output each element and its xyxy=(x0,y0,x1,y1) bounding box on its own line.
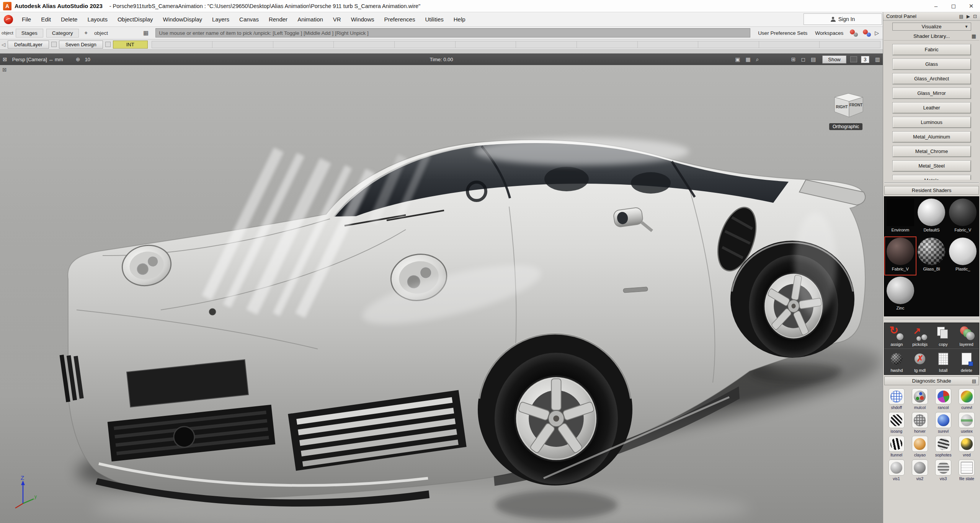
diag-vred[interactable]: vred xyxy=(955,436,978,457)
user-preference-sets-button[interactable]: User Preference Sets xyxy=(758,30,807,36)
diag-surevl[interactable]: surevl xyxy=(932,412,955,433)
panel-expand-icon[interactable]: ▶ xyxy=(967,14,970,19)
split-view-icon[interactable]: ⊞ xyxy=(791,56,796,62)
layer-defaultlayer[interactable]: DefaultLayer xyxy=(8,41,49,49)
menu-item-windows[interactable]: Windows xyxy=(346,12,379,26)
shader-thumb-fabric-v-selected[interactable]: Fabric_V xyxy=(885,238,915,274)
single-view-icon[interactable]: ◻ xyxy=(801,56,805,62)
menu-item-layouts[interactable]: Layouts xyxy=(82,12,113,26)
maximize-icon[interactable]: ◻ xyxy=(945,0,962,12)
quad-view-icon[interactable]: ▤ xyxy=(811,56,816,62)
shader-button-metals[interactable]: Metals xyxy=(893,175,971,180)
panel-toggle-icon[interactable]: ▥ xyxy=(875,56,880,62)
shader-library-button[interactable]: Shader Library... ▦ xyxy=(884,32,979,41)
menu-item-render[interactable]: Render xyxy=(264,12,292,26)
viewport[interactable]: ⊠ xyxy=(0,65,883,523)
prompt-input[interactable] xyxy=(155,28,750,37)
tool-istall[interactable]: Istall xyxy=(932,352,955,373)
diag-ltunnel[interactable]: ltunnel xyxy=(885,436,908,457)
layer-slot[interactable] xyxy=(394,41,455,48)
diag-vis1[interactable]: vis1 xyxy=(885,459,908,481)
shader-button-metal-aluminum[interactable]: Metal_Aluminum xyxy=(893,132,971,142)
shader-thumb-plastic[interactable]: Plastic_ xyxy=(948,238,978,274)
tool-layered[interactable]: layered xyxy=(955,326,978,347)
menu-item-preferences[interactable]: Preferences xyxy=(379,12,420,26)
layer-seven-design[interactable]: Seven Design xyxy=(59,41,103,49)
menu-item-canvas[interactable]: Canvas xyxy=(234,12,264,26)
tool-tgmdl[interactable]: ✗ tg mdl xyxy=(908,352,932,373)
option-box[interactable] xyxy=(850,56,857,62)
object-field[interactable]: object xyxy=(94,30,136,36)
zoom-icon[interactable]: ⌕ xyxy=(756,56,759,63)
shader-button-metal-chrome[interactable]: Metal_Chrome xyxy=(893,146,971,157)
layer-slot[interactable] xyxy=(819,41,880,48)
menu-item-animation[interactable]: Animation xyxy=(292,12,328,26)
visualize-dropdown[interactable]: Visualize ▼ xyxy=(892,23,971,31)
diag-vis2[interactable]: vis2 xyxy=(908,459,931,481)
shader-thumb-zinc[interactable]: Zinc xyxy=(885,277,915,313)
panel-dock-icon[interactable]: ⊡ xyxy=(973,14,977,19)
diagnostic-shade-header[interactable]: Diagnostic Shade ▤ xyxy=(884,376,979,385)
close-icon[interactable]: ✕ xyxy=(962,0,980,12)
tool-hwshd[interactable]: hwshd xyxy=(885,352,908,373)
grid-icon[interactable]: ▦ xyxy=(143,29,149,36)
diag-clayao[interactable]: clayao xyxy=(908,436,931,457)
shader-thumb-glass-bl[interactable]: Glass_Bl xyxy=(917,238,947,274)
menu-item-utilities[interactable]: Utilities xyxy=(420,12,448,26)
orthographic-label[interactable]: Orthographic xyxy=(829,123,862,130)
shader-button-glass[interactable]: Glass xyxy=(893,59,971,70)
shader-ball-icon[interactable] xyxy=(849,29,858,37)
tool-copy[interactable]: copy xyxy=(932,326,955,347)
diag-vis3[interactable]: vis3 xyxy=(932,459,955,481)
scroll-left-icon[interactable]: ◁ xyxy=(2,42,5,47)
grid-size-value[interactable]: 10 xyxy=(85,57,90,62)
pick-tool-icon[interactable]: ⌖ xyxy=(85,29,88,36)
menu-item-file[interactable]: File xyxy=(17,12,36,26)
diag-shdoff[interactable]: shdoff xyxy=(885,388,908,410)
menu-item-objectdisplay[interactable]: ObjectDisplay xyxy=(113,12,158,26)
camera-icon[interactable]: ▣ xyxy=(735,56,740,62)
frame-value[interactable]: 3 xyxy=(861,56,869,63)
layer-slot[interactable] xyxy=(273,41,334,48)
sign-in-button[interactable]: Sign In xyxy=(804,13,882,25)
minimize-icon[interactable]: – xyxy=(927,0,945,12)
grid-toggle-icon[interactable]: ▦ xyxy=(746,56,751,62)
diag-rancol[interactable]: rancol xyxy=(932,388,955,410)
viewport-canvas[interactable] xyxy=(0,65,883,523)
shader-button-fabric[interactable]: Fabric xyxy=(893,44,971,55)
shader-ball-blue-icon[interactable] xyxy=(862,29,871,37)
menu-item-help[interactable]: Help xyxy=(449,12,470,26)
menu-item-delete[interactable]: Delete xyxy=(56,12,82,26)
menu-item-layers[interactable]: Layers xyxy=(207,12,234,26)
menu-item-edit[interactable]: Edit xyxy=(36,12,56,26)
shader-thumb-defaults[interactable]: DefaultS xyxy=(917,199,947,235)
diag-mulcol[interactable]: mulcol xyxy=(908,388,931,410)
panel-menu-icon[interactable]: ▤ xyxy=(959,14,963,19)
tool-pickobjs[interactable]: ↗ pickobjs xyxy=(908,326,932,347)
menu-item-windowdisplay[interactable]: WindowDisplay xyxy=(158,12,207,26)
menu-item-vr[interactable]: VR xyxy=(328,12,346,26)
diag-isoang[interactable]: isoang xyxy=(885,412,908,433)
layer-checkbox[interactable] xyxy=(51,42,57,47)
layer-slot[interactable] xyxy=(577,41,637,48)
camera-label[interactable]: Persp [Camera] ↔ mm xyxy=(12,57,63,62)
shader-button-luminous[interactable]: Luminous xyxy=(893,117,971,128)
view-cube[interactable]: RIGHT FRONT xyxy=(826,90,871,122)
shader-thumb-fabric-v[interactable]: Fabric_V xyxy=(948,199,978,235)
layer-slot[interactable] xyxy=(455,41,516,48)
diag-sophotes[interactable]: sophotes xyxy=(932,436,955,457)
stages-button[interactable]: Stages xyxy=(16,29,43,37)
layer-int[interactable]: INT xyxy=(113,41,148,49)
close-view-icon[interactable]: ⊠ xyxy=(3,56,7,62)
layer-slot[interactable] xyxy=(637,41,698,48)
time-label[interactable]: Time: 0.00 xyxy=(430,57,453,62)
workspaces-button[interactable]: Workspaces xyxy=(815,30,843,36)
tool-delete[interactable]: delete xyxy=(955,352,978,373)
expand-right-icon[interactable]: ▷ xyxy=(875,30,879,36)
layer-slot[interactable] xyxy=(516,41,577,48)
shader-button-metal-steel[interactable]: Metal_Steel xyxy=(893,161,971,171)
grip-strip[interactable] xyxy=(0,50,883,54)
layer-slot[interactable] xyxy=(759,41,820,48)
layer-slot[interactable] xyxy=(333,41,394,48)
shader-button-glass-architect[interactable]: Glass_Architect xyxy=(893,73,971,84)
